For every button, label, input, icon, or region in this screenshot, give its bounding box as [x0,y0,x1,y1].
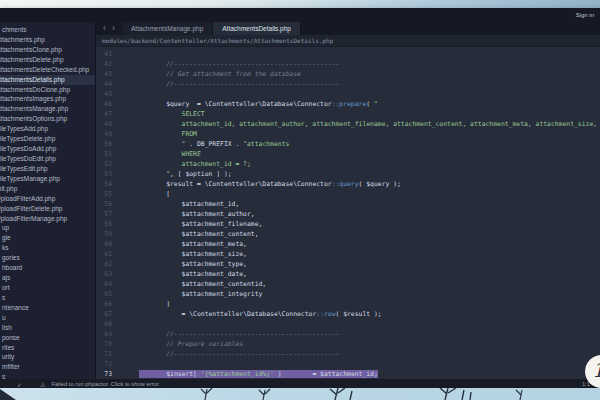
code-line[interactable]: 59 $attachment_content, [96,229,600,239]
sidebar-item[interactable]: FileTypesDoEdit.php [0,154,95,164]
sidebar-item[interactable]: urity [0,352,95,362]
code-line[interactable]: 55 [ [96,189,600,199]
line-number: 52 [96,159,112,169]
sidebar-item[interactable]: s [0,372,95,379]
sidebar-item[interactable]: ks [0,243,95,253]
code-line[interactable]: 44 //-----------------------------------… [96,79,600,89]
code-line[interactable]: 69 //-----------------------------------… [96,329,600,339]
code-line[interactable]: 51 WHERE [96,149,600,159]
code-line[interactable]: 72 [96,359,600,369]
code-line[interactable]: 52 attachment_id = ?; [96,159,600,169]
code-text: $attachment_size, [120,250,247,258]
line-number: 68 [96,319,112,329]
sidebar-item[interactable]: AttachmentsDeleteChecked.php [0,65,95,75]
code-line[interactable]: 71 //-----------------------------------… [96,349,600,359]
file-sidebar[interactable]: chmentsAttachments.phpAttachmentsClone.p… [0,22,96,379]
code-line[interactable]: 54 $result = \Contentteller\Database\Con… [96,179,600,189]
line-number: 43 [96,69,112,79]
sidebar-item[interactable]: FileTypesDoAdd.php [0,144,95,154]
code-line[interactable]: 60 $attachment_meta, [96,239,600,249]
sidebar-item[interactable]: mfilter [0,362,95,372]
code-line[interactable]: 70 // Prepare variables [96,339,600,349]
code-line[interactable]: 64 $attachment_contentid, [96,279,600,289]
sidebar-item[interactable]: ponse [0,333,95,343]
code-line[interactable]: 68 [96,319,600,329]
sidebar-item[interactable]: FileTypesEdit.php [0,164,95,174]
code-line[interactable]: 41 [96,49,600,59]
code-line[interactable]: 58 $attachment_filename, [96,219,600,229]
line-number: 44 [96,79,112,89]
code-line[interactable]: 63 $attachment_date, [96,269,600,279]
line-number: 71 [96,349,112,359]
sidebar-item[interactable]: AttachmentsImages.php [0,94,95,104]
code-text: "attachments [243,140,289,148]
sidebar-item[interactable]: chments [0,25,95,35]
sidebar-item[interactable]: ajs [0,273,95,283]
tab-attachmentsdetails[interactable]: AttachmentsDetails.php [213,22,301,35]
sidebar-item-selected[interactable]: AttachmentsDetails.php [0,75,95,85]
tab-attachmentsmanage[interactable]: AttachmentsManage.php [122,22,213,35]
sidebar-item[interactable]: AttachmentsClone.php [0,45,95,55]
code-line[interactable]: 53 ", [ $option ] ); [96,169,600,179]
sidebar-item[interactable]: up [0,223,95,233]
code-line[interactable]: 43 // Get attachment from the database [96,69,600,79]
sidebar-item[interactable]: ntenance [0,303,95,313]
code-line[interactable]: 65 $attachment_integrity [96,289,600,299]
code-line[interactable]: 73 $insert[ '{%attachment_id%}' ] = $att… [96,369,600,379]
warning-icon: ⚠ [40,381,45,388]
sidebar-item[interactable]: UploadFilterAdd.php [0,194,95,204]
selected-code-text: = $attachment_id; [312,370,377,378]
sidebar-item[interactable]: gories [0,253,95,263]
line-number: 70 [96,339,112,349]
line-number: 55 [96,189,112,199]
sidebar-item[interactable]: UploadFilterDelete.php [0,204,95,214]
sidebar-item[interactable]: AttachmentsDelete.php [0,55,95,65]
code-line[interactable]: 67 = \Contentteller\Database\Connector::… [96,309,600,319]
code-line[interactable]: 66 ] [96,299,600,309]
sidebar-item[interactable]: rites [0,343,95,353]
code-text: // Prepare variables [120,340,243,348]
sidebar-item[interactable]: AttachmentsDoClone.php [0,85,95,95]
sidebar-item[interactable]: ort [0,283,95,293]
back-icon[interactable]: ‹ [103,23,106,34]
code-text: row [324,310,336,318]
code-line[interactable]: 49 FROM [96,129,600,139]
sidebar-item[interactable]: u [0,313,95,323]
sign-in-link[interactable]: Sign in [576,12,594,18]
line-number: 54 [96,179,112,189]
code-line[interactable]: 50 " . DB_PREFIX . "attachments [96,139,600,149]
code-text: \Contentteller\Database\Connector [205,180,332,188]
sidebar-item[interactable]: Init.php [0,184,95,194]
code-line[interactable]: 61 $attachment_size, [96,249,600,259]
code-line[interactable]: 47 SELECT [96,109,600,119]
code-line[interactable]: 46 $query = \Contentteller\Database\Conn… [96,99,600,109]
sidebar-item[interactable]: UploadFilterManage.php [0,214,95,224]
breadcrumb: modules/backend/Contentteller/Attachment… [96,35,600,47]
code-line[interactable]: 48 attachment_id, attachment_author, att… [96,119,600,129]
code-line[interactable]: 56 $attachment_id, [96,199,600,209]
code-text: FROM [120,130,197,138]
code-line[interactable]: 45 [96,89,600,99]
sidebar-item[interactable]: FileTypesManage.php [0,174,95,184]
status-error-message[interactable]: Failed to run phpactor. Click to show er… [51,381,160,387]
code-line[interactable]: 57 $attachment_author, [96,209,600,219]
forward-icon[interactable]: › [112,23,115,34]
sidebar-item[interactable]: AttachmentsOptions.php [0,114,95,124]
sidebar-item[interactable]: s [0,293,95,303]
sidebar-item[interactable]: FileTypesAdd.php [0,124,95,134]
sidebar-item[interactable]: hboard [0,263,95,273]
sidebar-item[interactable]: gle [0,233,95,243]
code-text: $query = [120,100,205,108]
sidebar-item[interactable]: Attachments.php [0,35,95,45]
desktop-wallpaper-top [0,0,600,8]
sidebar-item[interactable]: lish [0,323,95,333]
code-text: \Contentteller\Database\Connector [205,100,332,108]
sidebar-item[interactable]: AttachmentsManage.php [0,104,95,114]
code-line[interactable]: 62 $attachment_type, [96,259,600,269]
code-text: prepare [339,100,366,108]
code-editor[interactable]: 4142 //---------------------------------… [96,47,600,379]
sidebar-item[interactable]: FileTypesDelete.php [0,134,95,144]
code-line[interactable]: 42 //-----------------------------------… [96,59,600,69]
code-text: attachment_id = ?; [120,160,251,168]
line-number: 60 [96,239,112,249]
